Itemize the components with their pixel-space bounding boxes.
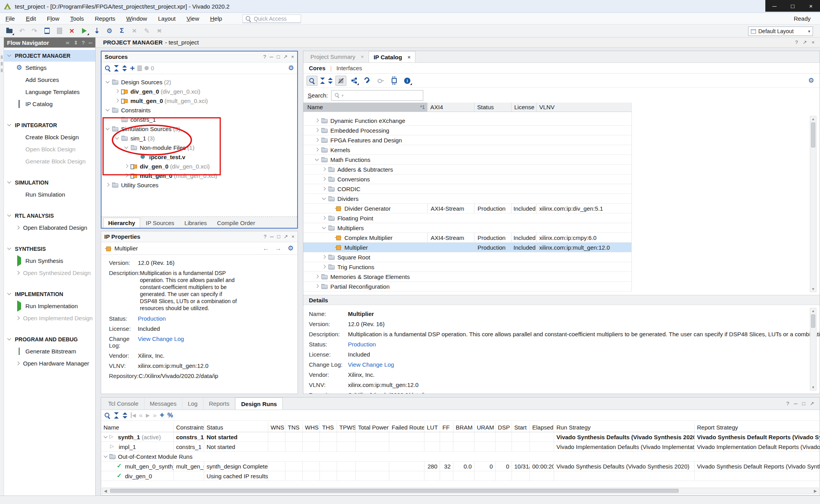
col-whs[interactable]: WHS xyxy=(303,422,320,432)
expander-icon[interactable] xyxy=(321,254,328,260)
minimize-panel-icon[interactable]: ─ xyxy=(89,40,92,46)
catalog-tree-row[interactable]: Multiplier Production Included xilinx.co… xyxy=(303,243,631,252)
float-icon[interactable]: ↗ xyxy=(803,39,807,45)
sigma-icon[interactable]: Σ xyxy=(116,26,127,36)
tab-close-icon[interactable]: × xyxy=(361,54,364,60)
quick-access-search[interactable]: Quick Access xyxy=(242,14,301,23)
design-run-row[interactable]: synth_1 (active) constrs_1 Not started xyxy=(101,432,820,442)
catalog-tree-row[interactable]: Multipliers xyxy=(303,223,631,233)
expander-icon[interactable] xyxy=(321,225,328,231)
minimize-panel-icon[interactable]: ─ xyxy=(269,54,273,60)
expander-icon[interactable] xyxy=(123,172,130,179)
license-key-icon[interactable] xyxy=(375,76,386,86)
tab-close-icon[interactable]: × xyxy=(408,54,411,60)
settings-gear-icon[interactable]: ⚙ xyxy=(808,76,814,85)
catalog-scrollbar[interactable]: ▲ ▼ xyxy=(810,116,816,292)
detail-value[interactable]: 12.0 (Rev. 16) xyxy=(348,321,385,327)
sources-view-tab[interactable]: Compile Order xyxy=(212,218,260,228)
back-icon[interactable]: ← xyxy=(263,245,269,252)
col-run-strategy[interactable]: Run Strategy xyxy=(554,422,695,432)
expand-all-icon[interactable] xyxy=(328,78,333,84)
menu-item[interactable]: File xyxy=(5,15,20,22)
source-tree-row[interactable]: div_gen_0 (div_gen_0.xci) xyxy=(102,161,297,171)
expander-icon[interactable] xyxy=(123,163,130,169)
detail-value[interactable]: C:/Xilinx/Vivado/2020.2/data/ip xyxy=(348,392,428,394)
cancel-icon[interactable]: × xyxy=(129,26,140,36)
catalog-tree-row[interactable]: Math Functions xyxy=(303,155,631,165)
scroll-up-icon[interactable]: ▲ xyxy=(810,308,816,314)
detail-value[interactable]: Multiplier xyxy=(348,311,374,317)
minimize-button[interactable]: ─ xyxy=(768,3,780,9)
results-tab[interactable]: Reports xyxy=(203,398,235,410)
step-icon[interactable]: ⇣ xyxy=(91,26,102,36)
close-icon[interactable]: × xyxy=(811,39,815,45)
expander-icon[interactable] xyxy=(114,98,121,104)
open-project-icon[interactable] xyxy=(4,26,15,36)
col-ff[interactable]: FF xyxy=(440,422,453,432)
expander-icon[interactable] xyxy=(314,137,321,143)
source-tree-row[interactable]: mult_gen_0 (mult_gen_0.xci) xyxy=(102,96,297,105)
percent-icon[interactable]: % xyxy=(168,412,173,419)
fast-forward-icon[interactable]: » xyxy=(153,412,156,419)
collapse-all-icon[interactable] xyxy=(114,65,119,71)
expander-icon[interactable] xyxy=(114,135,121,141)
source-tree-row[interactable]: Simulation Sources (3) xyxy=(102,124,297,133)
property-value[interactable]: C:/Xilinx/Vivado/2020.2/data/ip xyxy=(139,373,264,379)
section-expander-icon[interactable] xyxy=(7,180,12,185)
col-uram[interactable]: URAM xyxy=(474,422,496,432)
col-wns[interactable]: WNS xyxy=(268,422,285,432)
expander-icon[interactable] xyxy=(328,244,335,250)
copy-icon[interactable] xyxy=(54,26,65,36)
col-lut[interactable]: LUT xyxy=(424,422,440,432)
float-panel-icon[interactable]: ↗ xyxy=(283,54,288,60)
section-expander-icon[interactable] xyxy=(7,53,12,58)
column-header-axi4[interactable]: AXI4 xyxy=(427,103,474,112)
property-value[interactable]: View Change Log xyxy=(138,335,263,349)
menu-item[interactable]: Help xyxy=(210,15,228,22)
source-tree-row[interactable]: sim_1 (3) xyxy=(102,133,297,143)
step-back-icon[interactable]: ◀ xyxy=(131,412,136,418)
catalog-tree-row[interactable]: Square Root xyxy=(303,252,631,262)
expander-icon[interactable] xyxy=(321,166,328,172)
skip-icon[interactable]: × xyxy=(154,26,165,36)
design-run-row[interactable]: div_gen_0 Using cached IP results xyxy=(101,471,820,481)
scroll-down-icon[interactable]: ▼ xyxy=(810,385,816,390)
document-tab[interactable]: Project Summary × xyxy=(306,51,369,62)
results-tab[interactable]: Messages xyxy=(144,398,182,410)
results-tab[interactable]: Tcl Console xyxy=(103,398,144,410)
redo-icon[interactable]: ↷ xyxy=(29,26,40,36)
sources-view-tab[interactable]: Hierarchy xyxy=(103,218,140,228)
source-tree-row[interactable]: Design Sources (2) xyxy=(102,77,297,87)
expand-all-icon[interactable] xyxy=(122,65,127,71)
catalog-tree-row[interactable]: Divider Generator AXI4-Stream Production… xyxy=(303,204,631,213)
search-icon[interactable] xyxy=(105,65,111,71)
expand-all-icon[interactable] xyxy=(122,412,128,419)
source-tree-row[interactable]: Utility Sources xyxy=(102,180,297,190)
settings-gear-icon[interactable]: ⚙ xyxy=(288,244,294,252)
search-input[interactable]: ▾ xyxy=(331,90,423,101)
sources-view-tab[interactable]: IP Sources xyxy=(141,218,179,228)
catalog-tree-row[interactable]: Partial Reconfiguration xyxy=(303,282,631,291)
source-tree-row[interactable]: ipcore_test.v xyxy=(102,152,297,161)
expander-icon[interactable] xyxy=(105,79,112,85)
collapse-all-icon[interactable] xyxy=(320,78,325,84)
expander-icon[interactable] xyxy=(103,434,109,440)
maximize-button[interactable]: □ xyxy=(787,3,799,9)
help-icon[interactable]: ? xyxy=(82,40,85,46)
detail-value[interactable]: View Change Log xyxy=(348,361,394,368)
minimize-panel-icon[interactable]: ─ xyxy=(270,234,273,240)
expander-icon[interactable] xyxy=(321,186,328,192)
sources-view-tab[interactable]: Libraries xyxy=(180,218,212,228)
source-tree-row[interactable]: Constraints xyxy=(102,105,297,115)
expander-icon[interactable] xyxy=(105,107,112,113)
expander-icon[interactable] xyxy=(321,176,328,182)
design-run-row[interactable]: mult_gen_0_synth_1 mult_gen_0 synth_desi… xyxy=(101,461,820,471)
expander-icon[interactable] xyxy=(123,144,130,151)
expander-icon[interactable] xyxy=(321,195,328,202)
item-expander-icon[interactable] xyxy=(16,316,20,321)
col-tns[interactable]: TNS xyxy=(285,422,303,432)
expander-icon[interactable] xyxy=(133,154,140,160)
menu-item[interactable]: View xyxy=(187,15,205,22)
expander-icon[interactable] xyxy=(105,182,112,188)
col-constraints[interactable]: Constraints xyxy=(174,422,204,432)
